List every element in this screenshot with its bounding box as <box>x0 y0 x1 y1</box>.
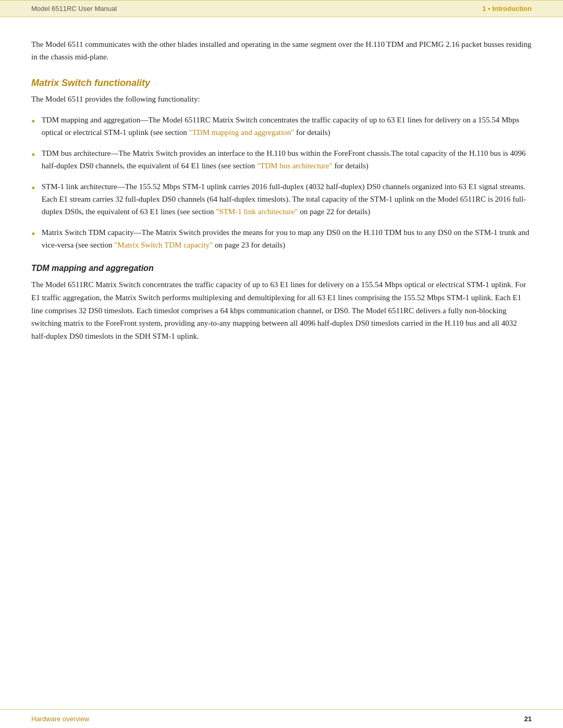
bullet-3-link[interactable]: "STM-1 link architecture" <box>216 207 298 216</box>
chapter-label: 1 • Introduction <box>482 5 532 13</box>
matrix-switch-heading: Matrix Switch functionality <box>31 78 532 89</box>
bullet-dot-4: • <box>31 225 35 243</box>
bullet-item-4: • Matrix Switch TDM capacity—The Matrix … <box>31 226 532 251</box>
bullet-dot-2: • <box>31 145 35 164</box>
bullet-item-3: • STM-1 link architecture—The 155.52 Mbp… <box>31 180 532 218</box>
bullet-text-4: Matrix Switch TDM capacity—The Matrix Sw… <box>42 226 532 251</box>
tdm-subsection-paragraph: The Model 6511RC Matrix Switch concentra… <box>31 278 532 343</box>
bullet-text-2: TDM bus architecture—The Matrix Switch p… <box>42 147 532 172</box>
bullet-4-text-after: on page 23 for details) <box>213 241 285 249</box>
main-content: The Model 6511 communicates with the oth… <box>0 38 563 709</box>
matrix-section-subtext: The Model 6511 provides the following fu… <box>31 93 532 105</box>
bullet-dot-1: • <box>31 112 35 130</box>
header-bar: Model 6511RC User Manual 1 • Introductio… <box>0 0 563 17</box>
bullet-dot-3: • <box>31 179 35 197</box>
footer-page-number: 21 <box>524 715 532 723</box>
bullet-text-3: STM-1 link architecture—The 155.52 Mbps … <box>42 180 532 218</box>
footer: Hardware overview 21 <box>0 709 563 728</box>
footer-left: Hardware overview <box>31 715 89 723</box>
bullet-3-text-after: on page 22 for details) <box>298 207 370 216</box>
bullet-item-2: • TDM bus architecture—The Matrix Switch… <box>31 147 532 172</box>
page: Model 6511RC User Manual 1 • Introductio… <box>0 0 563 728</box>
tdm-subsection-heading: TDM mapping and aggregation <box>31 264 532 273</box>
manual-title: Model 6511RC User Manual <box>31 5 117 13</box>
bullet-2-link[interactable]: "TDM bus architecture" <box>257 162 333 170</box>
bullet-2-text-after: for details) <box>333 162 369 170</box>
bullet-list: • TDM mapping and aggregation—The Model … <box>31 114 532 251</box>
bullet-4-link[interactable]: "Matrix Switch TDM capacity" <box>114 241 213 249</box>
bullet-1-text-after: for details) <box>294 128 330 137</box>
bullet-item-1: • TDM mapping and aggregation—The Model … <box>31 114 532 139</box>
bullet-text-1: TDM mapping and aggregation—The Model 65… <box>42 114 532 139</box>
intro-paragraph: The Model 6511 communicates with the oth… <box>31 38 532 63</box>
bullet-1-link[interactable]: "TDM mapping and aggregation" <box>189 128 295 137</box>
